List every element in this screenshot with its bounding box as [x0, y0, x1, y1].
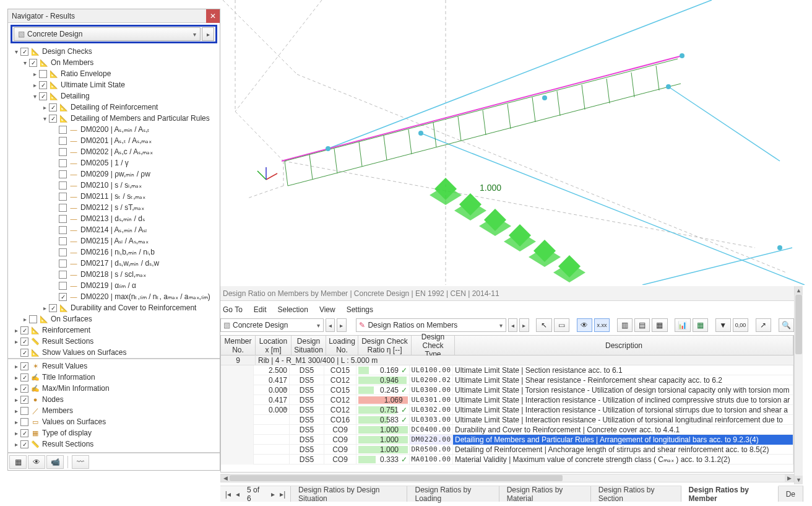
checkbox[interactable] — [59, 260, 67, 268]
table-row[interactable]: DS5CO91.000✓DR0500.00Detailing of Reinfo… — [221, 445, 793, 455]
tree-item[interactable]: —DM0219 | αₗᵢₘ / α — [8, 280, 220, 291]
th-ratio[interactable]: Design Check Ratio η [--] — [358, 336, 412, 355]
menu-edit[interactable]: Edit — [254, 305, 267, 314]
tab[interactable]: Design Ratios by Loading — [407, 486, 499, 502]
checkbox[interactable] — [59, 159, 67, 167]
menu-goto[interactable]: Go To — [223, 305, 243, 314]
tree-item[interactable]: ▸✶Result Values — [8, 360, 220, 372]
tree-item[interactable]: ▸📐Detailing of Reinforcement — [8, 102, 220, 113]
scroll-down-icon[interactable]: ▼ — [795, 476, 803, 484]
tool-zoom-icon[interactable]: 🔍 — [779, 318, 794, 332]
table-row[interactable]: 0.000≐DS5CO150.245✓UL0300.00Ultimate Lim… — [221, 385, 793, 395]
table-row[interactable]: DS5CO91.000✓DC0400.00Durability and Cove… — [221, 425, 793, 435]
tree-item[interactable]: ▸📐Ratio Envelope — [8, 68, 220, 79]
checkbox[interactable] — [20, 338, 28, 346]
checkbox[interactable] — [59, 237, 67, 245]
navigator-tree-display[interactable]: ▸✶Result Values▸✍Title Information▸✍Max/… — [8, 359, 220, 453]
tree-item[interactable]: —DM0214 | Aₛ,ₘᵢₙ / Aₛₗ — [8, 224, 220, 235]
th-location[interactable]: Location x [m] — [256, 336, 292, 355]
tree-item[interactable]: ▾📐Design Checks — [8, 46, 220, 57]
tree-item[interactable]: —DM0220 | max(nₜ,ₗᵢₘ / nₜ, aₘₐₓ / aₘₐₓ,ₗ… — [8, 291, 220, 302]
tree-item[interactable]: —DM0200 | Aₛ,ₘᵢₙ / Aₛ,ₜ — [8, 124, 220, 135]
checkbox[interactable] — [59, 226, 67, 234]
checkbox[interactable] — [20, 349, 28, 357]
tool-select-arrow[interactable]: ↖ — [536, 318, 551, 332]
checkbox[interactable] — [59, 181, 67, 190]
close-icon[interactable]: ✕ — [206, 9, 220, 23]
tree-item[interactable]: ▾📐On Members — [8, 57, 220, 68]
table-row[interactable]: DS5CO90.333✓MA0100.00Material Validity |… — [221, 455, 793, 465]
checkbox[interactable] — [59, 126, 67, 134]
tab[interactable]: Design Ratios by Design Situation — [291, 486, 407, 502]
navigator-titlebar[interactable]: Navigator - Results ✕ — [8, 9, 220, 23]
checkbox[interactable] — [59, 137, 67, 145]
tree-item[interactable]: ▸●Nodes — [8, 394, 220, 405]
tool-excel-icon[interactable]: ▦ — [693, 318, 708, 332]
tree-item[interactable]: —DM0211 | sₜ / sₜ,ₘₐₓ — [8, 191, 220, 202]
table-row[interactable]: 0.000≐DS5CO120.751✓UL0302.00Ultimate Lim… — [221, 405, 793, 415]
tree-item[interactable]: —DM0216 | nₗ,b,ₘᵢₙ / nₗ,b — [8, 246, 220, 258]
tree-item[interactable]: ▸📏Result Sections — [8, 438, 220, 450]
tree-item[interactable]: —DM0201 | Aₛ,ₜ / Aₛ,ₘₐₓ — [8, 135, 220, 146]
th-design-sit[interactable]: Design Situation — [292, 336, 326, 355]
tree-item[interactable]: ▾📐Detailing — [8, 90, 220, 102]
pager-last[interactable]: ▸| — [279, 490, 287, 499]
pager-prev[interactable]: ◂ — [234, 490, 242, 499]
tree-item[interactable]: —DM0217 | dₛ,w,ₘᵢₙ / dₛ,w — [8, 258, 220, 269]
tree-item[interactable]: ▸▭Values on Surfaces — [8, 416, 220, 427]
tab[interactable]: Design Ratios by Material — [499, 486, 591, 502]
hscroll-thumb[interactable] — [230, 475, 563, 481]
checkbox[interactable] — [20, 440, 28, 448]
results-hscroll[interactable]: ◀ ▶ — [220, 474, 794, 482]
tree-item[interactable]: 📐Show Values on Surfaces — [8, 347, 220, 358]
tool-xxx-icon[interactable]: x.xx — [594, 318, 610, 332]
hscroll-right-icon[interactable]: ▶ — [785, 474, 793, 482]
checkbox[interactable] — [20, 418, 28, 426]
tool-filter-icon[interactable]: ▼ — [715, 318, 731, 332]
checkbox[interactable] — [59, 248, 67, 256]
tree-item[interactable]: ▸✍Max/Min Information — [8, 383, 220, 394]
checkbox[interactable] — [59, 282, 67, 290]
tree-item[interactable]: ▸／Members — [8, 405, 220, 416]
tree-item[interactable]: ▸▦Type of display — [8, 427, 220, 438]
bottombar-btn-3[interactable]: 〰 — [72, 455, 89, 469]
checkbox[interactable] — [20, 429, 28, 437]
tool-layout2[interactable]: ▤ — [634, 318, 650, 332]
th-member-no[interactable]: Member No. — [221, 336, 256, 355]
checkbox[interactable] — [59, 193, 67, 201]
pager-first[interactable]: |◂ — [224, 490, 232, 499]
tool-pointer-icon[interactable]: ↗ — [756, 318, 771, 332]
checkbox[interactable] — [39, 70, 47, 78]
tool-decimals-icon[interactable]: 0,00 — [733, 318, 748, 332]
checkbox[interactable] — [49, 103, 57, 111]
tree-item[interactable]: —DM0213 | dₛ,ₘᵢₙ / dₛ — [8, 213, 220, 224]
bottombar-btn-1[interactable]: 👁 — [28, 455, 45, 469]
table-row[interactable]: 0.417DS5CO120.946✓UL0200.02Ultimate Limi… — [221, 375, 793, 385]
checkbox[interactable] — [59, 148, 67, 156]
hscroll-left-icon[interactable]: ◀ — [221, 474, 230, 482]
table-row[interactable]: DS5CO91.000✓DM0220.00Detailing of Member… — [221, 435, 793, 445]
tree-item[interactable]: —DM0218 | s / scl,ₘₐₓ — [8, 269, 220, 280]
table-row[interactable]: 0.417DS5CO121.069!UL0301.00Ultimate Limi… — [221, 395, 793, 405]
tab[interactable]: De — [779, 486, 803, 502]
checkbox[interactable] — [59, 204, 67, 212]
toolbar-next[interactable]: ▸ — [337, 318, 347, 332]
navigator-next-button[interactable]: ▸ — [202, 27, 214, 41]
scroll-thumb[interactable] — [795, 295, 802, 354]
tree-item[interactable]: ▸📐Reinforcement — [8, 325, 220, 336]
th-description[interactable]: Description — [455, 336, 793, 355]
checkbox[interactable] — [20, 48, 28, 56]
checkbox[interactable] — [59, 215, 67, 223]
tab[interactable]: Design Ratios by Section — [591, 486, 681, 502]
tree-item[interactable]: —DM0212 | s / sT,ₘₐₓ — [8, 202, 220, 213]
checkbox[interactable] — [29, 59, 37, 67]
tree-item[interactable]: —DM0202 | Aₛ,c / Aₛ,ₘₐₓ — [8, 146, 220, 157]
checkbox[interactable] — [20, 362, 28, 370]
tool-chart-icon[interactable]: 📊 — [675, 318, 690, 332]
checkbox[interactable] — [20, 326, 28, 334]
checkbox[interactable] — [49, 304, 57, 312]
table-row[interactable]: DS5CO160.583✓UL0303.00Ultimate Limit Sta… — [221, 415, 793, 425]
toolbar-combo-view[interactable]: ✎Design Ratios on Members▾ — [356, 318, 506, 332]
toolbar-prev[interactable]: ◂ — [326, 318, 335, 332]
navigator-tree[interactable]: ▾📐Design Checks▾📐On Members▸📐Ratio Envel… — [8, 45, 220, 359]
